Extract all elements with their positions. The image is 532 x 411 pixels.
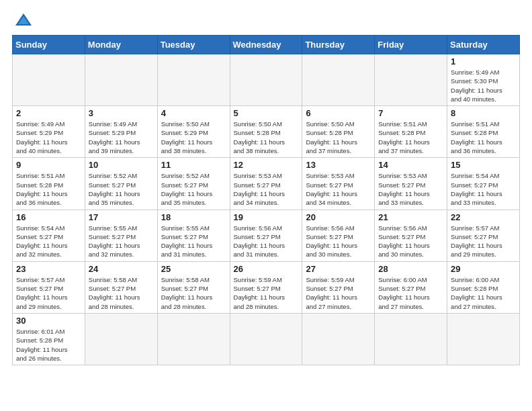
day-info: Sunrise: 5:51 AM Sunset: 5:28 PM Dayligh… xyxy=(451,120,516,155)
day-info: Sunrise: 5:50 AM Sunset: 5:28 PM Dayligh… xyxy=(306,120,371,155)
day-number: 28 xyxy=(378,264,443,274)
calendar-week-row: 30Sunrise: 6:01 AM Sunset: 5:28 PM Dayli… xyxy=(13,313,520,365)
day-info: Sunrise: 5:54 AM Sunset: 5:27 PM Dayligh… xyxy=(451,171,516,207)
day-info: Sunrise: 5:56 AM Sunset: 5:27 PM Dayligh… xyxy=(234,224,299,259)
calendar-cell: 27Sunrise: 5:59 AM Sunset: 5:27 PM Dayli… xyxy=(302,261,375,313)
day-info: Sunrise: 5:55 AM Sunset: 5:27 PM Dayligh… xyxy=(161,224,226,259)
calendar-cell: 22Sunrise: 5:57 AM Sunset: 5:27 PM Dayli… xyxy=(447,210,520,261)
header xyxy=(12,12,520,27)
calendar-cell: 3Sunrise: 5:49 AM Sunset: 5:29 PM Daylig… xyxy=(85,106,157,158)
day-number: 16 xyxy=(16,212,81,222)
calendar-cell: 7Sunrise: 5:51 AM Sunset: 5:28 PM Daylig… xyxy=(375,106,447,158)
calendar-cell: 23Sunrise: 5:57 AM Sunset: 5:27 PM Dayli… xyxy=(13,261,85,313)
calendar-cell: 6Sunrise: 5:50 AM Sunset: 5:28 PM Daylig… xyxy=(302,106,375,158)
day-info: Sunrise: 5:59 AM Sunset: 5:27 PM Dayligh… xyxy=(306,275,371,311)
weekday-header-wednesday: Wednesday xyxy=(230,36,302,54)
calendar-week-row: 9Sunrise: 5:51 AM Sunset: 5:28 PM Daylig… xyxy=(13,158,520,210)
calendar-cell: 30Sunrise: 6:01 AM Sunset: 5:28 PM Dayli… xyxy=(13,313,85,365)
calendar-cell xyxy=(447,313,520,365)
day-info: Sunrise: 5:49 AM Sunset: 5:29 PM Dayligh… xyxy=(89,120,154,155)
day-info: Sunrise: 5:52 AM Sunset: 5:27 PM Dayligh… xyxy=(89,171,154,207)
weekday-header-friday: Friday xyxy=(375,36,447,54)
calendar-cell: 5Sunrise: 5:50 AM Sunset: 5:28 PM Daylig… xyxy=(230,106,302,158)
weekday-header-monday: Monday xyxy=(85,36,157,54)
calendar-cell xyxy=(230,54,302,106)
calendar-cell xyxy=(13,54,85,106)
calendar-cell: 9Sunrise: 5:51 AM Sunset: 5:28 PM Daylig… xyxy=(13,158,85,210)
weekday-header-thursday: Thursday xyxy=(302,36,375,54)
calendar-week-row: 23Sunrise: 5:57 AM Sunset: 5:27 PM Dayli… xyxy=(13,261,520,313)
day-info: Sunrise: 5:58 AM Sunset: 5:27 PM Dayligh… xyxy=(89,275,154,311)
calendar-cell: 21Sunrise: 5:56 AM Sunset: 5:27 PM Dayli… xyxy=(375,210,447,261)
calendar-cell xyxy=(230,313,302,365)
day-info: Sunrise: 5:57 AM Sunset: 5:27 PM Dayligh… xyxy=(16,275,81,311)
day-info: Sunrise: 5:55 AM Sunset: 5:27 PM Dayligh… xyxy=(89,224,154,259)
day-info: Sunrise: 5:54 AM Sunset: 5:27 PM Dayligh… xyxy=(16,224,81,259)
calendar-cell xyxy=(85,313,157,365)
day-info: Sunrise: 5:52 AM Sunset: 5:27 PM Dayligh… xyxy=(161,171,226,207)
day-number: 5 xyxy=(234,108,299,118)
day-number: 11 xyxy=(161,160,226,170)
calendar-cell: 18Sunrise: 5:55 AM Sunset: 5:27 PM Dayli… xyxy=(157,210,230,261)
calendar-cell: 24Sunrise: 5:58 AM Sunset: 5:27 PM Dayli… xyxy=(85,261,157,313)
day-number: 17 xyxy=(89,212,154,222)
calendar-cell: 19Sunrise: 5:56 AM Sunset: 5:27 PM Dayli… xyxy=(230,210,302,261)
day-number: 6 xyxy=(306,108,371,118)
calendar-cell: 25Sunrise: 5:58 AM Sunset: 5:27 PM Dayli… xyxy=(157,261,230,313)
day-info: Sunrise: 5:59 AM Sunset: 5:27 PM Dayligh… xyxy=(234,275,299,311)
calendar-week-row: 16Sunrise: 5:54 AM Sunset: 5:27 PM Dayli… xyxy=(13,210,520,261)
calendar-cell xyxy=(375,54,447,106)
calendar: SundayMondayTuesdayWednesdayThursdayFrid… xyxy=(12,35,520,365)
day-number: 20 xyxy=(306,212,371,222)
day-number: 4 xyxy=(161,108,226,118)
day-number: 19 xyxy=(234,212,299,222)
day-number: 2 xyxy=(16,108,81,118)
calendar-cell: 29Sunrise: 6:00 AM Sunset: 5:28 PM Dayli… xyxy=(447,261,520,313)
calendar-cell: 8Sunrise: 5:51 AM Sunset: 5:28 PM Daylig… xyxy=(447,106,520,158)
day-number: 1 xyxy=(451,56,516,66)
day-number: 21 xyxy=(378,212,443,222)
page: SundayMondayTuesdayWednesdayThursdayFrid… xyxy=(0,0,532,372)
day-number: 12 xyxy=(234,160,299,170)
calendar-cell: 11Sunrise: 5:52 AM Sunset: 5:27 PM Dayli… xyxy=(157,158,230,210)
calendar-cell xyxy=(85,54,157,106)
day-info: Sunrise: 5:50 AM Sunset: 5:28 PM Dayligh… xyxy=(234,120,299,155)
calendar-cell: 16Sunrise: 5:54 AM Sunset: 5:27 PM Dayli… xyxy=(13,210,85,261)
day-info: Sunrise: 5:51 AM Sunset: 5:28 PM Dayligh… xyxy=(16,171,81,207)
calendar-cell: 13Sunrise: 5:53 AM Sunset: 5:27 PM Dayli… xyxy=(302,158,375,210)
logo xyxy=(12,12,33,27)
day-info: Sunrise: 5:50 AM Sunset: 5:29 PM Dayligh… xyxy=(161,120,226,155)
weekday-header-saturday: Saturday xyxy=(447,36,520,54)
calendar-week-row: 1Sunrise: 5:49 AM Sunset: 5:30 PM Daylig… xyxy=(13,54,520,106)
day-number: 30 xyxy=(16,316,81,326)
day-number: 24 xyxy=(89,264,154,274)
calendar-cell xyxy=(302,313,375,365)
calendar-cell: 20Sunrise: 5:56 AM Sunset: 5:27 PM Dayli… xyxy=(302,210,375,261)
logo-icon xyxy=(14,12,33,27)
day-info: Sunrise: 5:53 AM Sunset: 5:27 PM Dayligh… xyxy=(234,171,299,207)
calendar-cell xyxy=(157,313,230,365)
day-number: 8 xyxy=(451,108,516,118)
day-info: Sunrise: 5:56 AM Sunset: 5:27 PM Dayligh… xyxy=(378,224,443,259)
day-number: 13 xyxy=(306,160,371,170)
calendar-cell: 10Sunrise: 5:52 AM Sunset: 5:27 PM Dayli… xyxy=(85,158,157,210)
day-info: Sunrise: 5:56 AM Sunset: 5:27 PM Dayligh… xyxy=(306,224,371,259)
day-info: Sunrise: 5:53 AM Sunset: 5:27 PM Dayligh… xyxy=(378,171,443,207)
calendar-cell xyxy=(302,54,375,106)
day-number: 15 xyxy=(451,160,516,170)
day-number: 9 xyxy=(16,160,81,170)
calendar-cell: 4Sunrise: 5:50 AM Sunset: 5:29 PM Daylig… xyxy=(157,106,230,158)
calendar-cell xyxy=(375,313,447,365)
calendar-cell: 17Sunrise: 5:55 AM Sunset: 5:27 PM Dayli… xyxy=(85,210,157,261)
day-number: 27 xyxy=(306,264,371,274)
day-number: 7 xyxy=(378,108,443,118)
day-number: 3 xyxy=(89,108,154,118)
day-info: Sunrise: 6:01 AM Sunset: 5:28 PM Dayligh… xyxy=(16,327,81,363)
calendar-cell: 26Sunrise: 5:59 AM Sunset: 5:27 PM Dayli… xyxy=(230,261,302,313)
day-number: 22 xyxy=(451,212,516,222)
day-info: Sunrise: 6:00 AM Sunset: 5:27 PM Dayligh… xyxy=(378,275,443,311)
day-info: Sunrise: 5:53 AM Sunset: 5:27 PM Dayligh… xyxy=(306,171,371,207)
calendar-header-row: SundayMondayTuesdayWednesdayThursdayFrid… xyxy=(13,36,520,54)
calendar-cell: 15Sunrise: 5:54 AM Sunset: 5:27 PM Dayli… xyxy=(447,158,520,210)
calendar-cell xyxy=(157,54,230,106)
